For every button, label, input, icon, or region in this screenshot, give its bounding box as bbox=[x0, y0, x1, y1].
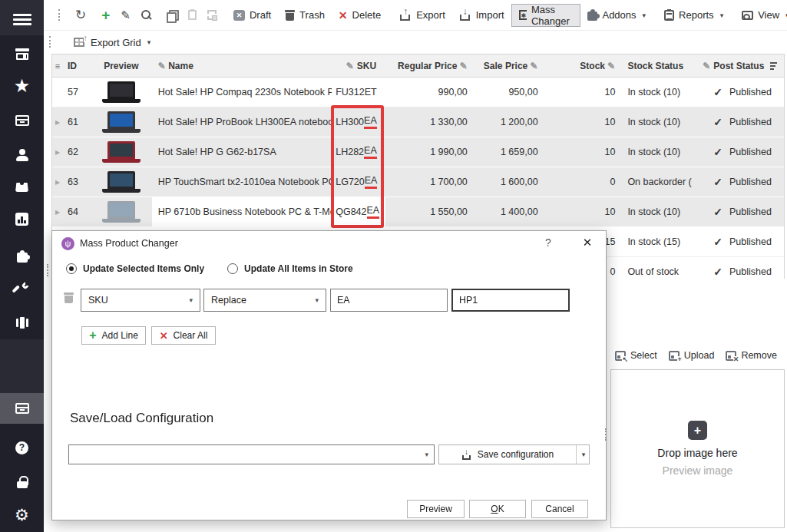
configuration-combo[interactable]: ▾ bbox=[68, 444, 435, 464]
replace-value-input[interactable] bbox=[451, 289, 570, 312]
row-expander-icon[interactable]: ▶ bbox=[52, 197, 63, 226]
table-row[interactable]: ▶ 63 HP TouchSmart tx2-1010ea Notebook P… bbox=[52, 167, 784, 197]
table-row[interactable]: ▶ 61 Hot Sale! HP ProBook LH300EA notebo… bbox=[52, 107, 784, 137]
sidebar-section-divider bbox=[0, 339, 44, 393]
image-panel-drag-handle[interactable] bbox=[605, 428, 607, 441]
remove-image-icon: ✕ bbox=[726, 351, 736, 361]
dialog-title-bar[interactable]: ψ Mass Product Changer bbox=[52, 231, 606, 256]
toolbar-drag-handle[interactable] bbox=[58, 9, 60, 21]
cell-regular-price: 1 550,00 bbox=[385, 197, 472, 226]
cell-id: 63 bbox=[63, 167, 91, 197]
refresh-button[interactable]: ↻ bbox=[70, 4, 91, 27]
product-thumbnail bbox=[102, 171, 141, 193]
reports-label: Reports bbox=[679, 9, 714, 21]
paste-special-button[interactable] bbox=[202, 4, 222, 27]
ok-button[interactable]: OK bbox=[469, 500, 526, 518]
row-expander-icon[interactable]: ▶ bbox=[52, 167, 63, 197]
copy-button[interactable] bbox=[161, 4, 183, 27]
column-header-regular-price[interactable]: Regular Price ✎ bbox=[385, 55, 472, 77]
draft-button[interactable]: ✕Draft bbox=[227, 4, 278, 27]
image-drop-zone[interactable]: + Drop image here Preview image bbox=[610, 369, 785, 528]
cancel-button[interactable]: Cancel bbox=[531, 500, 588, 518]
column-header-sku[interactable]: ✎SKU bbox=[332, 55, 385, 77]
dialog-drag-handle[interactable] bbox=[47, 264, 48, 276]
sidebar-item-statistics[interactable] bbox=[0, 203, 44, 234]
paste-button[interactable] bbox=[183, 4, 202, 27]
column-header-name[interactable]: ✎ Name bbox=[152, 55, 332, 77]
column-header-preview[interactable]: Preview bbox=[91, 55, 152, 77]
sidebar-item-customers[interactable] bbox=[0, 140, 44, 170]
remove-image-button[interactable]: ✕Remove bbox=[726, 350, 777, 361]
dialog-help-button[interactable]: ? bbox=[541, 236, 555, 249]
post-status-label: Published bbox=[729, 266, 772, 277]
delete-line-icon[interactable] bbox=[64, 292, 74, 304]
clear-all-button[interactable]: ✕Clear All bbox=[151, 326, 216, 345]
pencil-icon: ✎ bbox=[121, 8, 131, 22]
view-button[interactable]: View▾ bbox=[735, 4, 787, 27]
sidebar-item-settings[interactable]: ⚙ bbox=[0, 499, 44, 530]
row-expander-icon[interactable]: ▶ bbox=[52, 137, 63, 167]
cell-sku: LH282EA bbox=[332, 137, 385, 167]
export-button[interactable]: ↑Export bbox=[392, 4, 452, 27]
add-line-button[interactable]: +Add Line bbox=[81, 326, 146, 345]
cell-stock: 0 bbox=[543, 167, 622, 197]
add-image-icon: + bbox=[688, 421, 707, 440]
store-manager-logo-icon: ψ bbox=[61, 237, 74, 250]
field-select[interactable]: SKU▾ bbox=[81, 289, 200, 312]
checkmark-icon: ✓ bbox=[713, 86, 723, 98]
cell-post-status: ✓ Published bbox=[692, 107, 784, 137]
sidebar-item-menu[interactable] bbox=[0, 4, 44, 35]
cell-regular-price: 990,00 bbox=[385, 78, 472, 107]
import-label: Import bbox=[476, 9, 504, 21]
reports-button[interactable]: Reports▾ bbox=[657, 4, 730, 27]
select-image-icon: ↖ bbox=[615, 351, 626, 361]
sidebar-item-store[interactable] bbox=[0, 38, 44, 69]
cell-sale-price: 1 200,00 bbox=[472, 107, 543, 137]
cell-regular-price: 1 990,00 bbox=[385, 137, 472, 167]
column-header-post-status[interactable]: ✎Post Status bbox=[692, 55, 784, 77]
cell-post-status: ✓ Published bbox=[692, 197, 784, 226]
sidebar-item-orders[interactable] bbox=[0, 105, 44, 136]
table-row[interactable]: ▶ 64 HP 6710b Business Notebook PC & T-M… bbox=[52, 197, 784, 227]
edit-button[interactable]: ✎ bbox=[115, 4, 136, 27]
sidebar-item-basket[interactable] bbox=[0, 172, 44, 203]
sidebar-item-help[interactable]: ? bbox=[0, 432, 44, 463]
column-header-stock-status[interactable]: Stock Status bbox=[621, 55, 692, 77]
addons-button[interactable]: Addons▾ bbox=[580, 4, 653, 27]
column-header-sale-price[interactable]: Sale Price ✎ bbox=[472, 55, 543, 77]
save-configuration-dropdown[interactable]: ▾ bbox=[576, 445, 589, 464]
column-header-id[interactable]: ID bbox=[63, 55, 91, 77]
sidebar-item-featured[interactable]: ★ bbox=[0, 71, 44, 101]
upload-image-button[interactable]: +Upload bbox=[669, 350, 715, 361]
search-value-input[interactable] bbox=[330, 289, 448, 312]
cell-stock-status: In stock (10) bbox=[621, 197, 692, 226]
sidebar-item-tools[interactable] bbox=[0, 274, 44, 305]
column-header-stock[interactable]: Stock ✎ bbox=[543, 55, 622, 77]
import-button[interactable]: ↓Import bbox=[452, 4, 511, 27]
table-row[interactable]: ▶ 62 Hot Sale! HP G G62-b17SA LH282EA 1 … bbox=[52, 137, 784, 167]
sidebar-item-products[interactable] bbox=[0, 393, 44, 424]
export-grid-button[interactable]: Export Grid▾ bbox=[67, 31, 157, 54]
table-row[interactable]: ▶ 57 Hot Sale! HP Compaq 2230s Notebook … bbox=[52, 78, 784, 107]
export-grid-label: Export Grid bbox=[91, 37, 141, 48]
operation-select[interactable]: Replace▾ bbox=[203, 289, 326, 312]
delete-label: Delete bbox=[352, 9, 382, 21]
trash-button[interactable]: Trash bbox=[278, 4, 332, 27]
radio-update-selected[interactable]: Update Selected Items Only bbox=[66, 263, 204, 274]
close-icon[interactable]: ✕ bbox=[580, 236, 595, 249]
save-configuration-button[interactable]: ↓Save configuration ▾ bbox=[438, 444, 590, 464]
add-button[interactable]: + bbox=[96, 4, 115, 27]
row-expander-icon[interactable]: ▶ bbox=[52, 107, 63, 137]
cell-sale-price: 1 600,00 bbox=[472, 167, 543, 197]
delete-button[interactable]: ✕Delete bbox=[332, 4, 388, 27]
sidebar-item-lock[interactable] bbox=[0, 467, 44, 497]
radio-update-all[interactable]: Update All Items in Store bbox=[227, 263, 353, 274]
sidebar-item-addons[interactable] bbox=[0, 242, 44, 273]
select-image-button[interactable]: ↖Select bbox=[615, 350, 657, 361]
grid-header-menu-icon[interactable]: ≡ bbox=[52, 55, 63, 77]
grid-toolbar-drag-handle[interactable] bbox=[49, 36, 51, 48]
preview-button[interactable]: Preview bbox=[407, 500, 465, 518]
mass-changer-button[interactable]: Mass Changer bbox=[511, 4, 581, 27]
search-button[interactable] bbox=[136, 4, 157, 27]
sidebar-item-pages[interactable] bbox=[0, 307, 44, 338]
